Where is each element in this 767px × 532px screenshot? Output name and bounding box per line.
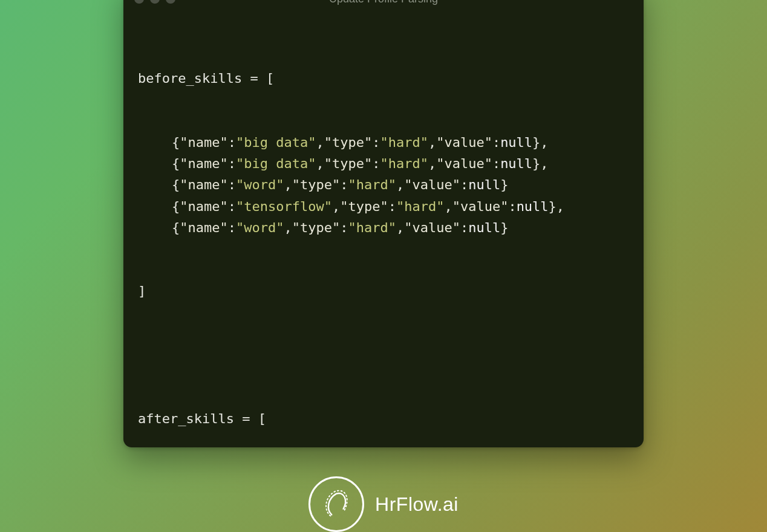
json-string: "hard"	[380, 135, 428, 150]
maximize-dot-icon[interactable]	[166, 0, 175, 4]
json-key: "name"	[180, 220, 227, 235]
json-key: "type"	[292, 177, 340, 192]
json-string: "hard"	[348, 220, 396, 235]
minimize-dot-icon[interactable]	[150, 0, 160, 4]
json-punc: :	[388, 199, 396, 214]
json-punc: },	[532, 135, 549, 150]
json-key: "type"	[324, 135, 372, 150]
code-window: Update Profile Parsing before_skills = […	[123, 0, 644, 447]
json-punc: :	[340, 177, 348, 192]
before-skills-label: before_skills = [	[138, 71, 274, 86]
json-key: "name"	[180, 177, 227, 192]
json-punc: {	[172, 177, 180, 192]
json-key: "name"	[180, 156, 227, 171]
json-punc: ,	[428, 135, 436, 150]
json-punc: :	[228, 220, 236, 235]
window-title: Update Profile Parsing	[329, 0, 438, 5]
window-controls	[134, 0, 175, 4]
json-punc: ,	[332, 199, 340, 214]
code-entry: {"name":"word","type":"hard","value":nul…	[138, 174, 629, 195]
json-string: "word"	[236, 220, 284, 235]
json-string: "tensorflow"	[236, 199, 332, 214]
json-punc: }	[500, 177, 508, 192]
json-punc: :	[508, 199, 516, 214]
code-area: before_skills = [ {"name":"big data","ty…	[123, 16, 644, 447]
json-key: "name"	[180, 135, 227, 150]
json-string: "big data"	[236, 156, 316, 171]
json-null: null	[517, 199, 549, 214]
json-key: "type"	[324, 156, 372, 171]
json-punc: :	[492, 156, 500, 171]
brand-logo: HrFlow.ai	[308, 476, 459, 532]
json-punc: {	[172, 135, 180, 150]
json-punc: ,	[284, 177, 292, 192]
json-punc: :	[460, 220, 468, 235]
json-key: "name"	[180, 199, 227, 214]
json-key: "value"	[452, 199, 509, 214]
json-key: "value"	[436, 135, 492, 150]
json-string: "hard"	[348, 177, 396, 192]
code-line: ]	[138, 281, 629, 302]
json-punc: :	[228, 135, 236, 150]
json-punc: ,	[316, 135, 324, 150]
json-punc: ,	[428, 156, 436, 171]
brand-mark-icon	[308, 476, 364, 532]
json-punc: ,	[396, 177, 404, 192]
json-punc: },	[549, 199, 565, 214]
json-key: "value"	[404, 177, 460, 192]
json-key: "type"	[340, 199, 388, 214]
json-punc: :	[372, 156, 380, 171]
json-punc: :	[460, 177, 468, 192]
json-punc: :	[492, 135, 500, 150]
json-key: "value"	[436, 156, 492, 171]
close-dot-icon[interactable]	[134, 0, 144, 4]
json-punc: :	[228, 177, 236, 192]
json-string: "hard"	[396, 199, 444, 214]
before-entries: {"name":"big data","type":"hard","value"…	[138, 132, 629, 238]
code-entry: {"name":"big data","type":"hard","value"…	[138, 132, 629, 153]
json-null: null	[500, 156, 532, 171]
json-null: null	[468, 177, 500, 192]
titlebar: Update Profile Parsing	[123, 0, 644, 16]
json-punc: :	[228, 156, 236, 171]
json-key: "type"	[292, 220, 340, 235]
json-punc: ,	[284, 220, 292, 235]
code-entry: {"name":"tensorflow","type":"hard","valu…	[138, 196, 629, 217]
json-punc: {	[172, 156, 180, 171]
json-string: "hard"	[380, 156, 428, 171]
json-punc: {	[172, 199, 180, 214]
json-punc: ,	[316, 156, 324, 171]
json-punc: :	[340, 220, 348, 235]
json-punc: {	[172, 220, 180, 235]
json-string: "big data"	[236, 135, 316, 150]
json-punc: ,	[444, 199, 452, 214]
json-string: "word"	[236, 177, 284, 192]
brand-name: HrFlow.ai	[375, 493, 459, 516]
code-entry: {"name":"word","type":"hard","value":nul…	[138, 217, 629, 238]
json-punc: },	[532, 156, 549, 171]
blank-line	[138, 345, 629, 366]
json-punc: :	[228, 199, 236, 214]
after-skills-label: after_skills = [	[138, 411, 266, 426]
json-punc: ,	[396, 220, 404, 235]
json-null: null	[468, 220, 500, 235]
json-punc: :	[372, 135, 380, 150]
json-null: null	[500, 135, 532, 150]
json-key: "value"	[404, 220, 460, 235]
json-punc: }	[500, 220, 508, 235]
code-line: after_skills = [	[138, 408, 629, 429]
code-entry: {"name":"big data","type":"hard","value"…	[138, 153, 629, 174]
code-line: before_skills = [	[138, 68, 629, 89]
